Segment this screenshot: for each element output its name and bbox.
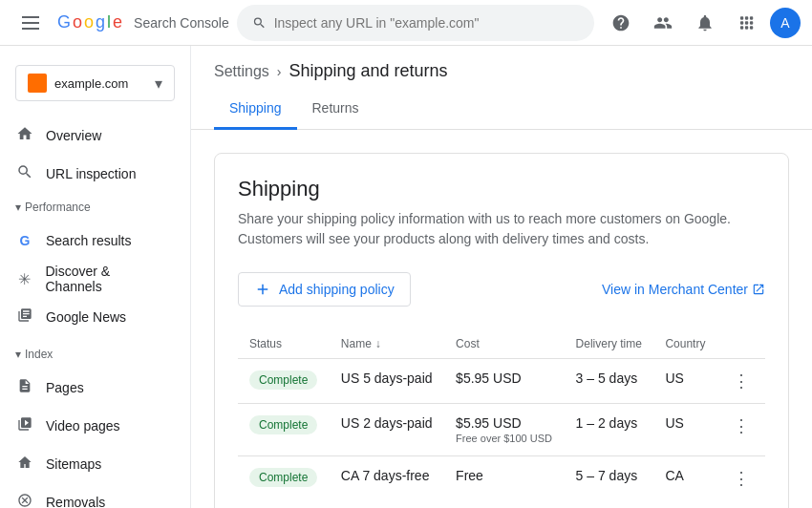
shipping-description: Share your shipping policy information w… xyxy=(238,209,765,249)
sidebar-item-label: Sitemaps xyxy=(46,456,101,472)
view-merchant-center-link[interactable]: View in Merchant Center xyxy=(602,282,765,297)
removals-icon xyxy=(15,493,34,508)
cell-name: US 5 days-paid xyxy=(330,359,444,404)
sidebar-item-label: Overview xyxy=(46,128,101,143)
section-performance-header[interactable]: ▾ Performance xyxy=(0,193,190,222)
sitemaps-icon xyxy=(15,455,34,474)
sidebar-item-discover[interactable]: ✳ Discover & Channels xyxy=(0,260,182,298)
add-shipping-policy-button[interactable]: Add shipping policy xyxy=(238,272,411,307)
home-icon xyxy=(15,125,34,146)
people-icon[interactable] xyxy=(644,4,682,42)
section-index-header[interactable]: ▾ Index xyxy=(0,340,190,369)
svg-rect-1 xyxy=(22,22,39,24)
breadcrumb-separator: › xyxy=(277,64,282,79)
cell-country: US xyxy=(653,359,716,404)
add-icon xyxy=(254,281,271,298)
cell-status: Complete xyxy=(238,359,330,404)
col-delivery: Delivery time xyxy=(565,329,654,359)
breadcrumb: Settings › Shipping and returns xyxy=(191,46,812,89)
breadcrumb-current: Shipping and returns xyxy=(288,61,447,81)
topbar-right: A xyxy=(602,4,801,42)
col-actions xyxy=(717,329,765,359)
sidebar-item-label: URL inspection xyxy=(46,166,136,181)
sidebar-section-index: ▾ Index Pages Video pages Sitemaps xyxy=(0,340,190,508)
search-results-icon: G xyxy=(15,233,34,248)
cell-cost: $5.95 USD Free over $100 USD xyxy=(444,404,564,456)
help-icon[interactable] xyxy=(602,4,640,42)
collapse-icon: ▾ xyxy=(15,201,21,214)
view-merchant-label: View in Merchant Center xyxy=(602,282,748,297)
cell-country: US xyxy=(653,404,716,456)
svg-rect-2 xyxy=(22,28,39,30)
col-cost: Cost xyxy=(444,329,564,359)
status-badge: Complete xyxy=(249,370,317,390)
more-options-icon[interactable]: ⋮ xyxy=(729,368,754,394)
menu-icon[interactable] xyxy=(11,4,50,42)
table-row: Complete US 2 days-paid $5.95 USD Free o… xyxy=(238,404,765,456)
cell-name: US 2 days-paid xyxy=(330,404,444,456)
notifications-icon[interactable] xyxy=(686,4,724,42)
shipping-card: Shipping Share your shipping policy info… xyxy=(214,153,789,508)
cell-delivery: 1 – 2 days xyxy=(565,404,654,456)
actions-row: Add shipping policy View in Merchant Cen… xyxy=(238,272,765,307)
more-options-icon[interactable]: ⋮ xyxy=(729,413,754,439)
section-label: Index xyxy=(25,348,53,361)
search-bar[interactable] xyxy=(237,5,594,41)
cell-name: CA 7 days-free xyxy=(330,456,444,501)
main-layout: example.com ▾ Overview URL inspection ▾ … xyxy=(0,46,812,508)
footer-note: To manage all 7 of your shipping policie… xyxy=(238,500,765,508)
cell-more: ⋮ xyxy=(717,456,765,501)
cell-delivery: 5 – 7 days xyxy=(565,456,654,501)
sidebar-item-sitemaps[interactable]: Sitemaps xyxy=(0,445,182,483)
sidebar-item-search-results[interactable]: G Search results xyxy=(0,222,182,260)
col-country: Country xyxy=(653,329,716,359)
table-header-row: Status Name ↓ Cost Delivery time Country xyxy=(238,329,765,359)
table-row: Complete CA 7 days-free Free 5 – 7 days … xyxy=(238,456,765,501)
cell-country: CA xyxy=(653,456,716,501)
cell-cost: $5.95 USD xyxy=(444,359,564,404)
shipping-content: Shipping Share your shipping policy info… xyxy=(191,130,812,508)
sidebar-item-google-news[interactable]: Google News xyxy=(0,298,182,336)
google-logo: Google xyxy=(57,12,122,32)
tab-returns[interactable]: Returns xyxy=(297,89,374,130)
cell-more: ⋮ xyxy=(717,359,765,404)
cell-status: Complete xyxy=(238,456,330,501)
sidebar-item-pages[interactable]: Pages xyxy=(0,369,182,407)
sidebar-item-label: Removals xyxy=(46,495,105,508)
col-status: Status xyxy=(238,329,330,359)
col-name: Name ↓ xyxy=(330,329,444,359)
property-selector[interactable]: example.com ▾ xyxy=(15,65,175,101)
external-link-icon xyxy=(752,283,765,296)
shipping-title: Shipping xyxy=(238,177,765,201)
shipping-table: Status Name ↓ Cost Delivery time Country xyxy=(238,329,765,500)
collapse-icon: ▾ xyxy=(15,348,21,361)
sidebar-item-url-inspection[interactable]: URL inspection xyxy=(0,155,182,193)
topbar-left: Google Search Console xyxy=(11,4,229,42)
topbar: Google Search Console A xyxy=(0,0,812,46)
video-pages-icon xyxy=(15,416,34,435)
more-options-icon[interactable]: ⋮ xyxy=(729,465,754,492)
apps-icon[interactable] xyxy=(728,4,766,42)
name-sort: Name ↓ xyxy=(341,337,433,350)
status-badge: Complete xyxy=(249,468,317,487)
sidebar-item-label: Google News xyxy=(46,309,126,325)
svg-rect-0 xyxy=(22,16,39,18)
app-name: Search Console xyxy=(134,15,229,31)
property-icon xyxy=(28,74,47,93)
sidebar-item-video-pages[interactable]: Video pages xyxy=(0,407,182,445)
sort-icon: ↓ xyxy=(375,337,381,350)
sidebar-item-label: Video pages xyxy=(46,418,120,434)
sidebar-item-label: Pages xyxy=(46,380,84,395)
sidebar-item-overview[interactable]: Overview xyxy=(0,116,182,155)
add-policy-label: Add shipping policy xyxy=(279,282,395,297)
search-icon xyxy=(252,15,267,31)
section-label: Performance xyxy=(25,201,91,214)
cell-cost: Free xyxy=(444,456,564,501)
search-input[interactable] xyxy=(274,15,579,31)
tab-shipping[interactable]: Shipping xyxy=(214,89,297,130)
tabs-container: Shipping Returns xyxy=(191,89,812,130)
chevron-down-icon: ▾ xyxy=(155,74,162,93)
breadcrumb-settings[interactable]: Settings xyxy=(214,63,269,80)
avatar[interactable]: A xyxy=(770,8,801,38)
sidebar-item-removals[interactable]: Removals xyxy=(0,483,182,508)
